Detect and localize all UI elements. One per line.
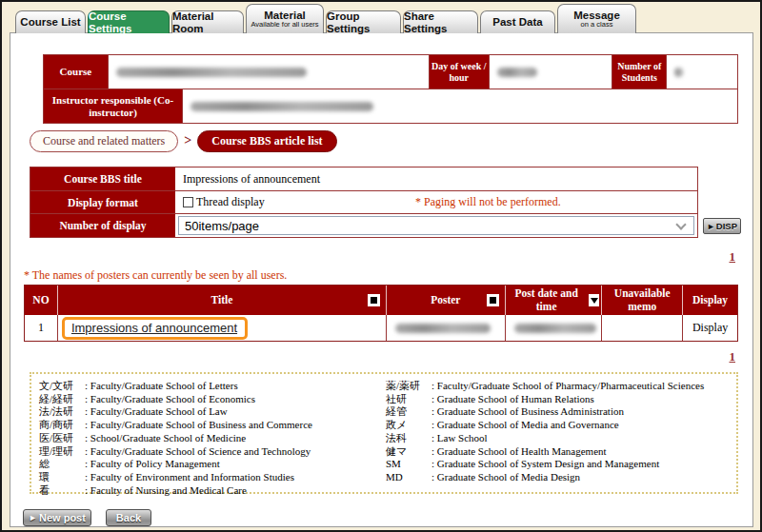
table-row: 1 Impressions of announcement Display bbox=[25, 315, 737, 341]
chevron-down-icon bbox=[675, 219, 686, 229]
instructor-value-cell bbox=[183, 89, 737, 123]
back-button-label: Back bbox=[116, 512, 141, 523]
number-of-display-value-cell: 50items/page bbox=[175, 214, 697, 237]
tab-group-settings[interactable]: Group Settings bbox=[326, 10, 401, 33]
header-no: NO bbox=[25, 286, 58, 315]
faculty-legend-box: 文/文研: Faculty/Graduate School of Letters… bbox=[30, 372, 738, 494]
number-of-display-label: Number of display bbox=[30, 214, 175, 237]
sort-descending-icon[interactable] bbox=[589, 294, 600, 306]
course-info-table: Course Day of week / hour Number of Stud… bbox=[43, 54, 738, 124]
header-display: Display bbox=[683, 286, 737, 315]
row-display-link[interactable]: Display bbox=[683, 315, 737, 341]
list-item: 経管: Graduate School of Business Administ… bbox=[386, 405, 732, 419]
redacted-poster-name bbox=[395, 324, 491, 333]
row-post-date-cell bbox=[506, 315, 603, 341]
app-window: Course List Course Settings Material Roo… bbox=[0, 0, 762, 532]
list-item: 商/商研: Faculty/Graduate School of Busines… bbox=[39, 419, 378, 432]
list-item: MD: Graduate School of Media Design bbox=[386, 471, 732, 484]
tab-share-settings[interactable]: Share Settings bbox=[403, 10, 478, 33]
disp-button[interactable]: ► DISP bbox=[703, 218, 741, 234]
highlight-box: Impressions of announcement bbox=[62, 317, 248, 340]
tab-material-all-users[interactable]: Material Available for all users bbox=[246, 4, 324, 33]
display-format-label: Display format bbox=[30, 191, 175, 213]
content-panel: Course Day of week / hour Number of Stud… bbox=[10, 32, 753, 527]
tab-material-room[interactable]: Material Room bbox=[171, 10, 244, 33]
number-of-students-value-cell bbox=[667, 55, 737, 89]
tab-past-data[interactable]: Past Data bbox=[480, 10, 555, 33]
thread-display-label: Thread display bbox=[196, 195, 265, 209]
tab-bar: Course List Course Settings Material Roo… bbox=[15, 2, 636, 33]
instructor-label: Instructor responsible (Co-instructor) bbox=[44, 89, 183, 123]
breadcrumb-parent-button[interactable]: Course and related matters bbox=[30, 130, 178, 152]
tab-sublabel: Available for all users bbox=[251, 21, 318, 29]
breadcrumb-current-button[interactable]: Course BBS article list bbox=[197, 130, 336, 152]
new-post-button[interactable]: ► New post bbox=[23, 509, 91, 526]
tab-course-settings[interactable]: Course Settings bbox=[88, 10, 170, 33]
tab-label: Course List bbox=[20, 16, 80, 28]
article-list-table: NO Title Poster Post date and time Unava… bbox=[24, 285, 738, 342]
tab-course-list[interactable]: Course List bbox=[15, 10, 86, 33]
tab-label: Share Settings bbox=[404, 10, 477, 33]
bbs-title-label: Course BBS title bbox=[30, 167, 175, 190]
tab-label: Past Data bbox=[492, 16, 542, 28]
list-item: 健マ: Graduate School of Health Management bbox=[386, 445, 732, 459]
play-arrow-icon: ► bbox=[707, 222, 715, 231]
posters-visibility-note: * The names of posters can currently be … bbox=[24, 268, 287, 283]
play-arrow-icon: ► bbox=[29, 513, 37, 522]
article-table-header-row: NO Title Poster Post date and time Unava… bbox=[25, 286, 737, 315]
sort-square-icon[interactable] bbox=[487, 294, 499, 306]
redacted-student-count bbox=[674, 68, 683, 77]
list-item: 理/理研: Faculty/Graduate School of Science… bbox=[39, 445, 378, 459]
header-poster-label: Poster bbox=[431, 294, 460, 306]
tab-label: Material Room bbox=[172, 10, 243, 33]
redacted-day-of-week bbox=[497, 68, 537, 77]
list-item: SM: Graduate School of System Design and… bbox=[386, 458, 732, 471]
list-item: 経/経研: Faculty/Graduate School of Economi… bbox=[39, 393, 378, 406]
list-item: 薬/薬研: Faculty/Graduate School of Pharmac… bbox=[386, 380, 732, 393]
course-value-cell bbox=[109, 55, 430, 89]
new-post-button-label: New post bbox=[39, 512, 86, 523]
header-unavailable-memo: Unavailable memo bbox=[602, 286, 683, 315]
breadcrumb-separator-icon: > bbox=[184, 133, 191, 148]
list-item: 総: Faculty of Policy Management bbox=[39, 458, 378, 471]
number-of-students-label: Number of Students bbox=[612, 55, 667, 89]
pagination-page-1-top[interactable]: 1 bbox=[730, 249, 736, 265]
thread-display-checkbox[interactable] bbox=[183, 197, 193, 207]
items-per-page-select[interactable]: 50items/page bbox=[178, 216, 694, 235]
tab-label: Group Settings bbox=[327, 10, 400, 33]
course-label: Course bbox=[44, 55, 109, 89]
header-title: Title bbox=[58, 286, 387, 315]
article-title-link[interactable]: Impressions of announcement bbox=[71, 321, 237, 335]
display-format-value-cell: Thread display * Paging will not be perf… bbox=[175, 191, 697, 213]
bbs-title-value-cell: Impressions of announcement bbox=[175, 167, 697, 190]
day-of-week-label: Day of week / hour bbox=[430, 55, 490, 89]
list-item: 社研: Graduate School of Human Relations bbox=[386, 393, 732, 406]
list-item: 法科: Law School bbox=[386, 432, 732, 445]
bbs-settings-form: Course BBS title Impressions of announce… bbox=[30, 167, 698, 238]
breadcrumb: Course and related matters > Course BBS … bbox=[30, 129, 337, 152]
list-item: 法/法研: Faculty/Graduate School of Law bbox=[39, 405, 378, 419]
redacted-post-date bbox=[514, 324, 596, 333]
legend-right-column: 薬/薬研: Faculty/Graduate School of Pharmac… bbox=[386, 380, 732, 484]
list-item: 看: Faculty of Nursing and Medical Care bbox=[39, 484, 378, 498]
legend-left-column: 文/文研: Faculty/Graduate School of Letters… bbox=[39, 380, 378, 497]
list-item: 医/医研: School/Graduate School of Medicine bbox=[39, 432, 378, 445]
header-poster: Poster bbox=[387, 286, 506, 315]
list-item: 環: Faculty of Environment and Informatio… bbox=[39, 471, 378, 484]
tab-sublabel: on a class bbox=[581, 21, 613, 29]
sort-square-icon[interactable] bbox=[368, 294, 380, 306]
tab-label: Course Settings bbox=[89, 10, 169, 33]
row-poster-cell bbox=[387, 315, 506, 341]
disp-button-label: DISP bbox=[716, 221, 737, 231]
tab-message[interactable]: Message on a class bbox=[557, 4, 636, 33]
items-per-page-selected-value: 50items/page bbox=[185, 219, 259, 233]
header-post-date-label: Post date and time bbox=[508, 287, 586, 312]
back-button[interactable]: Back bbox=[106, 509, 151, 526]
row-no: 1 bbox=[25, 315, 58, 341]
list-item: 文/文研: Faculty/Graduate School of Letters bbox=[39, 380, 378, 393]
row-memo-cell bbox=[602, 315, 683, 341]
pagination-page-1-bottom[interactable]: 1 bbox=[730, 349, 736, 365]
bbs-title-value: Impressions of announcement bbox=[183, 172, 320, 187]
header-post-date: Post date and time bbox=[506, 286, 603, 315]
header-title-label: Title bbox=[211, 294, 233, 306]
